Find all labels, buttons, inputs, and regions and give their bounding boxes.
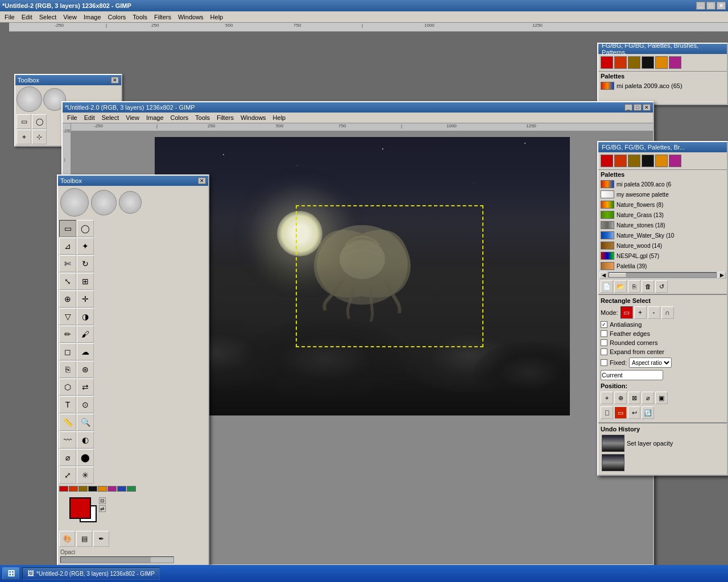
close-btn-bg[interactable]: ✕ — [717, 2, 726, 10]
tool-perspective[interactable]: ⬡ — [59, 379, 76, 396]
mode-intersect[interactable]: ∩ — [661, 306, 674, 319]
rounded-checkbox[interactable] — [601, 339, 607, 346]
swatch-3[interactable] — [78, 486, 88, 492]
palette-item-4[interactable]: Nature_Grass (13) — [598, 210, 727, 220]
palette-item-6[interactable]: Nature_Water_Sky (10 — [598, 230, 727, 240]
tool-ellipse[interactable]: ◯ — [77, 220, 94, 237]
start-button[interactable]: ⊞ — [2, 567, 20, 580]
fixed-checkbox[interactable] — [601, 359, 607, 366]
menu-select-bg[interactable]: Select — [36, 13, 60, 22]
mode-add[interactable]: + — [634, 306, 647, 319]
image-maximize-btn[interactable]: □ — [634, 104, 642, 111]
refresh-palette-btn[interactable]: ↺ — [655, 280, 668, 293]
undo-item-1[interactable]: Set layer opacity — [601, 434, 725, 453]
swap-colors-btn[interactable]: ⇌ — [99, 505, 106, 512]
tool-clone[interactable]: ⎘ — [59, 361, 76, 378]
minimize-btn-bg[interactable]: _ — [696, 2, 705, 10]
tool-crop[interactable]: ✄ — [59, 255, 76, 272]
tool-rect-select[interactable]: ▭ — [59, 220, 76, 237]
menu-edit-bg[interactable]: Edit — [18, 13, 36, 22]
palette-item-2[interactable]: my awesome palette — [598, 189, 727, 199]
image-close-btn[interactable]: ✕ — [643, 104, 651, 111]
img-menu-tools[interactable]: Tools — [192, 113, 213, 122]
tool-pencil[interactable]: ✏ — [59, 326, 76, 343]
pos-btn-5[interactable]: ▣ — [655, 392, 668, 404]
img-menu-select[interactable]: Select — [98, 113, 123, 122]
current-input[interactable] — [601, 370, 663, 380]
tool-rotate[interactable]: ↻ — [77, 255, 94, 272]
scroll-right-palette[interactable]: ▶ — [718, 272, 726, 278]
toolbox-close-fg[interactable]: ✕ — [198, 177, 206, 184]
tool-ellipse-bg[interactable]: ◯ — [32, 114, 47, 129]
menu-file-bg[interactable]: File — [1, 13, 18, 22]
tool-transform[interactable]: ⤢ — [59, 467, 76, 484]
tool-lasso-bg[interactable]: ⌖ — [16, 130, 31, 144]
menu-view-bg[interactable]: View — [60, 13, 80, 22]
fixed-dropdown[interactable]: Aspect ratio — [629, 357, 672, 368]
menu-colors-bg[interactable]: Colors — [105, 13, 130, 22]
default-colors-btn[interactable]: ⊟ — [99, 497, 106, 504]
feather-checkbox[interactable] — [601, 330, 607, 337]
menu-windows-bg[interactable]: Windows — [175, 13, 207, 22]
tool-scale[interactable]: ⤡ — [59, 273, 76, 290]
pos-btn-8[interactable]: ↩ — [628, 406, 640, 419]
scrollbar-thumb[interactable] — [609, 273, 626, 277]
tool-heal[interactable]: ⊛ — [77, 361, 94, 378]
tool-smudge[interactable]: 〰 — [59, 431, 76, 448]
panel-fg-swatch-4[interactable] — [642, 155, 654, 167]
tool-color-picker[interactable]: ⊙ — [77, 396, 94, 413]
pos-btn-4[interactable]: ⌀ — [642, 392, 654, 404]
tool-script[interactable]: ✳ — [77, 467, 94, 484]
palette-item-3[interactable]: Nature_flowers (8) — [598, 199, 727, 210]
tool-bucket[interactable]: ▽ — [59, 308, 76, 325]
img-menu-windows[interactable]: Windows — [237, 113, 270, 122]
swatch-8[interactable] — [127, 486, 136, 492]
img-menu-file[interactable]: File — [64, 113, 81, 122]
tool-eraser[interactable]: ◻ — [59, 343, 76, 360]
swatch-6[interactable] — [107, 486, 117, 492]
img-menu-help[interactable]: Help — [270, 113, 289, 122]
panel-bg-swatch-3[interactable] — [628, 56, 640, 69]
img-menu-edit[interactable]: Edit — [81, 113, 98, 122]
scrollbar-track[interactable] — [609, 272, 717, 278]
panel-fg-swatch-1[interactable] — [601, 155, 613, 167]
img-menu-filters[interactable]: Filters — [213, 113, 237, 122]
duplicate-palette-btn[interactable]: ⎘ — [628, 280, 640, 293]
img-menu-image[interactable]: Image — [143, 113, 167, 122]
image-minimize-btn[interactable]: _ — [624, 104, 632, 111]
panel-fg-swatch-6[interactable] — [669, 155, 681, 167]
main-image[interactable] — [155, 137, 570, 415]
img-menu-view[interactable]: View — [122, 113, 143, 122]
palette-item-9[interactable]: Paletila (39) — [598, 261, 727, 271]
tool-paintbrush[interactable]: 🖌 — [77, 326, 94, 343]
tool-free-select[interactable]: ⊿ — [59, 238, 76, 255]
new-palette-btn[interactable]: 📄 — [601, 280, 613, 293]
swatch-1[interactable] — [59, 486, 68, 492]
tool-airbrush[interactable]: ☁ — [77, 343, 94, 360]
img-menu-colors[interactable]: Colors — [167, 113, 192, 122]
tool-move[interactable]: ✛ — [77, 290, 94, 307]
panel-bg-swatch-5[interactable] — [655, 56, 668, 69]
panel-bg-swatch-2[interactable] — [614, 56, 627, 69]
brush-icon[interactable]: ✒ — [93, 531, 109, 547]
tool-text[interactable]: T — [59, 396, 76, 413]
toolbox-close-bg[interactable]: ✕ — [111, 77, 119, 84]
pos-btn-3[interactable]: ⊠ — [628, 392, 640, 404]
opacity-slider[interactable] — [60, 556, 174, 563]
pos-btn-6[interactable]: ⎕ — [601, 406, 613, 419]
palette-item-1[interactable]: mi paleta 2009.aco (6 — [598, 179, 727, 189]
swatch-4[interactable] — [88, 486, 97, 492]
palette-list[interactable]: mi paleta 2009.aco (6 my awesome palette… — [598, 179, 727, 271]
panel-bg-swatch-4[interactable] — [642, 56, 654, 69]
undo-item-2[interactable] — [601, 453, 725, 472]
menu-filters-bg[interactable]: Filters — [151, 13, 175, 22]
mode-replace[interactable]: ▭ — [621, 306, 633, 319]
fg-color-box[interactable] — [69, 497, 91, 519]
tool-shear[interactable]: ⊞ — [77, 273, 94, 290]
tool-zoom[interactable]: 🔍 — [77, 414, 94, 431]
menu-image-bg[interactable]: Image — [80, 13, 105, 22]
swatch-7[interactable] — [117, 486, 126, 492]
pos-btn-7[interactable]: ▭ — [614, 406, 627, 419]
tool-rect-select-bg[interactable]: ▭ — [16, 114, 31, 129]
delete-palette-btn[interactable]: 🗑 — [642, 280, 654, 293]
